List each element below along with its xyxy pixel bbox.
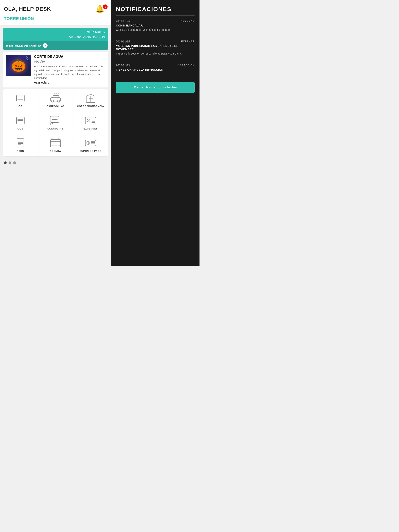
- carpooling-icon: [50, 93, 61, 103]
- menu-item-partial-1-label: OS: [19, 105, 22, 108]
- menu-item-carpooling[interactable]: CARPOOLING: [38, 89, 73, 112]
- pagination-dot-2[interactable]: [9, 161, 11, 164]
- menu-item-partial-3[interactable]: NTOS: [3, 134, 38, 157]
- chat-icon: [50, 116, 61, 125]
- agenda-icon: [50, 138, 61, 148]
- green-card: VER MÁS › con Venc. el día: 15-11-19 R D…: [3, 28, 108, 50]
- menu-item-consultas[interactable]: CONSULTAS: [38, 112, 73, 134]
- notif-sender-3: TIENES UNA NUEVA INFRACCIÓN: [116, 68, 195, 71]
- green-card-top: VER MÁS ›: [3, 28, 108, 35]
- detalle-cuenta-button[interactable]: R DETALLE DE CUENTA ▾: [3, 41, 108, 50]
- news-card: 🎃 📎 CORTE DE AGUA 02/11/19 El día lunes …: [3, 52, 108, 88]
- svg-point-9: [56, 94, 57, 95]
- list2-icon: [15, 116, 26, 125]
- menu-item-partial-2[interactable]: OOS: [3, 112, 38, 134]
- pagination-dot-1[interactable]: [4, 161, 7, 164]
- pumpkin-image: 🎃: [11, 59, 26, 72]
- doc-icon: [15, 138, 26, 148]
- header-divider: [4, 14, 107, 14]
- notif-body-2: Ingresa a la sección correspondiente par…: [116, 52, 195, 56]
- expense-icon: $: [85, 116, 97, 125]
- header: OLA, HELP DESK TORRE UNIÓN 🔔 1: [0, 0, 111, 25]
- news-content: CORTE DE AGUA 02/11/19 El día lunes se e…: [34, 55, 105, 84]
- menu-item-expensas-label: EXPENSAS: [83, 127, 98, 130]
- notif-header-2: 2019-11-15 EXPENSA: [116, 40, 195, 43]
- box-icon: [85, 93, 97, 103]
- svg-rect-4: [51, 98, 60, 101]
- news-date: 02/11/19: [34, 60, 105, 63]
- menu-grid-container: OS: [3, 89, 108, 157]
- svg-point-7: [54, 94, 55, 95]
- menu-item-partial-1[interactable]: OS: [3, 89, 38, 112]
- left-panel: OLA, HELP DESK TORRE UNIÓN 🔔 1 VER MÁS ›…: [0, 0, 111, 266]
- paperclip-icon: 📎: [25, 56, 30, 61]
- chevron-down-icon: ▾: [43, 43, 48, 48]
- menu-item-correspondencia[interactable]: CORRESPONDENCIA: [73, 89, 108, 112]
- notif-type-3: INFRACCIÓN: [177, 64, 195, 67]
- menu-item-agenda[interactable]: AGENDA: [38, 134, 73, 157]
- pagination-dot-3[interactable]: [13, 161, 16, 164]
- ver-mas-button[interactable]: VER MÁS ›: [87, 30, 105, 34]
- notification-item-3: 2019-11-15 INFRACCIÓN TIENES UNA NUEVA I…: [116, 64, 195, 76]
- header-subtitle: TORRE UNIÓN: [4, 16, 107, 21]
- menu-item-consultas-label: CONSULTAS: [48, 127, 64, 130]
- menu-grid: OS: [3, 89, 108, 157]
- notification-item-1: 2019-11-26 NOVEDAD CONIN BANCALARI Colec…: [116, 19, 195, 36]
- vencimiento-text: con Venc. el día: 15-11-19: [3, 35, 108, 41]
- notif-type-2: EXPENSA: [181, 40, 195, 43]
- detalle-label: R DETALLE DE CUENTA: [6, 44, 41, 47]
- menu-item-expensas[interactable]: $ EXPENSAS: [73, 112, 108, 134]
- notif-type-1: NOVEDAD: [180, 19, 195, 23]
- menu-item-agenda-label: AGENDA: [50, 150, 61, 152]
- svg-rect-30: [17, 139, 24, 147]
- notif-header-1: 2019-11-26 NOVEDAD: [116, 19, 195, 23]
- coupon-icon: $: [85, 138, 97, 148]
- menu-item-cupon-label: CUPÓN DE PAGO: [79, 150, 102, 152]
- notif-sender-2: YA ESTAN PUBLICADAS LAS EXPENSAS DE NOVI…: [116, 44, 195, 51]
- notif-sender-1: CONIN BANCALARI: [116, 24, 195, 27]
- header-title: OLA, HELP DESK: [4, 6, 107, 12]
- news-ver-mas-button[interactable]: VER MÁS ›: [34, 81, 105, 84]
- menu-item-partial-3-label: NTOS: [17, 150, 24, 152]
- notifications-divider: [116, 15, 195, 16]
- bell-button[interactable]: 🔔 1: [96, 5, 107, 17]
- notif-body-1: Colecta de alimentos: Última colecta del…: [116, 28, 195, 32]
- pagination: [0, 158, 111, 167]
- notifications-title: NOTIFICACIONES: [116, 6, 195, 13]
- mark-all-button[interactable]: Marcar todos como leidos: [116, 82, 195, 93]
- news-title: CORTE DE AGUA: [34, 55, 105, 59]
- notif-date-1: 2019-11-26: [116, 19, 130, 23]
- notif-date-2: 2019-11-15: [116, 40, 130, 43]
- menu-item-correspondencia-label: CORRESPONDENCIA: [77, 105, 104, 108]
- news-text: El día lunes se estará realizando un cor…: [34, 65, 105, 80]
- menu-item-partial-2-label: OOS: [18, 127, 23, 130]
- bell-badge: 1: [103, 5, 108, 9]
- svg-point-11: [58, 94, 59, 95]
- svg-text:$: $: [88, 142, 89, 144]
- menu-item-carpooling-label: CARPOOLING: [46, 105, 64, 108]
- notif-header-3: 2019-11-15 INFRACCIÓN: [116, 64, 195, 67]
- notif-date-3: 2019-11-15: [116, 64, 130, 67]
- list-icon: [15, 93, 26, 103]
- svg-text:$: $: [88, 120, 90, 122]
- notification-item-2: 2019-11-15 EXPENSA YA ESTAN PUBLICADAS L…: [116, 40, 195, 60]
- svg-rect-35: [51, 139, 61, 147]
- notifications-panel: NOTIFICACIONES 2019-11-26 NOVEDAD CONIN …: [111, 0, 200, 266]
- menu-item-cupon[interactable]: $ CUPÓN DE PAGO: [73, 134, 108, 157]
